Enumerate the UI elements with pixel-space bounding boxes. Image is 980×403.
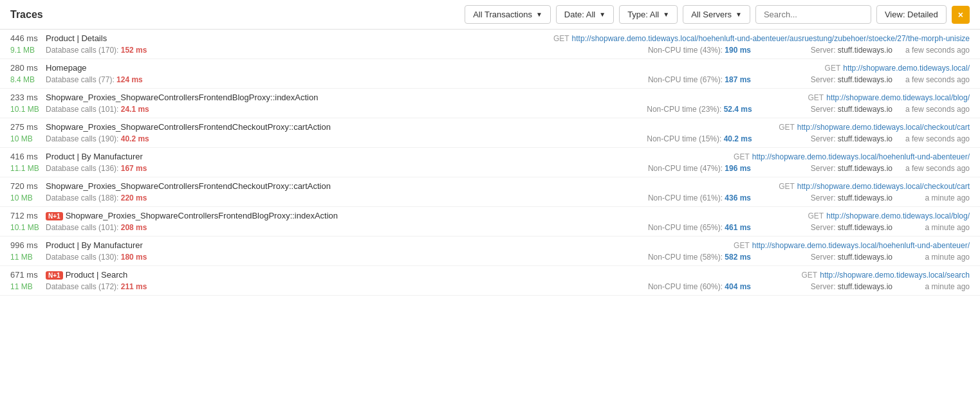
trace-group: 720 msShopware_Proxies_ShopwareControlle…: [0, 177, 980, 207]
trace-detail-row: 10.1 MBDatabase calls (101): 208 msNon-C…: [0, 222, 980, 236]
trace-url-link[interactable]: http://shopware.demo.tideways.local/blog…: [826, 93, 970, 102]
trace-db: Database calls (188): 220 ms: [46, 193, 635, 202]
close-icon: ×: [958, 10, 963, 20]
trace-server: Server: stuff.tideways.io: [764, 46, 892, 55]
servers-filter[interactable]: All Servers ▼: [683, 5, 750, 24]
noncpu-time: 40.2 ms: [724, 134, 752, 143]
chevron-down-icon: ▼: [599, 11, 606, 18]
page-title: Traces: [10, 9, 43, 21]
trace-memory: 10.1 MB: [10, 105, 46, 114]
server-name: stuff.tideways.io: [838, 282, 892, 291]
trace-url-link[interactable]: http://shopware.demo.tideways.local/chec…: [797, 123, 970, 132]
trace-memory: 11.1 MB: [10, 164, 46, 173]
db-time: 220 ms: [121, 193, 147, 202]
trace-ago: a minute ago: [892, 193, 970, 202]
trace-name: Shopware_Proxies_ShopwareControllersFron…: [46, 181, 779, 191]
trace-main-row[interactable]: 671 msN+1Product | SearchGEThttp://shopw…: [0, 266, 980, 281]
trace-group: 671 msN+1Product | SearchGEThttp://shopw…: [0, 266, 980, 296]
trace-main-row[interactable]: 416 msProduct | By ManufacturerGEThttp:/…: [0, 148, 980, 163]
trace-group: 416 msProduct | By ManufacturerGEThttp:/…: [0, 148, 980, 177]
type-filter[interactable]: Type: All ▼: [619, 5, 678, 24]
trace-detail-row: 10.1 MBDatabase calls (101): 24.1 msNon-…: [0, 103, 980, 118]
trace-noncpu: Non-CPU time (61%): 436 ms: [635, 193, 764, 202]
trace-ago: a few seconds ago: [892, 46, 970, 55]
trace-noncpu: Non-CPU time (65%): 461 ms: [635, 223, 764, 232]
trace-memory: 10 MB: [10, 193, 46, 202]
noncpu-time: 190 ms: [725, 46, 751, 55]
trace-main-row[interactable]: 712 msN+1Shopware_Proxies_ShopwareContro…: [0, 207, 980, 222]
trace-db: Database calls (170): 152 ms: [46, 46, 635, 55]
trace-url: GEThttp://shopware.demo.tideways.local/c…: [779, 123, 970, 132]
traces-list: 446 msProduct | DetailsGEThttp://shopwar…: [0, 30, 980, 296]
http-method: GET: [734, 241, 750, 250]
noncpu-time: 187 ms: [725, 75, 751, 84]
trace-group: 446 msProduct | DetailsGEThttp://shopwar…: [0, 30, 980, 59]
trace-url-link[interactable]: http://shopware.demo.tideways.local/chec…: [797, 182, 970, 191]
trace-url-link[interactable]: http://shopware.demo.tideways.local/hoeh…: [752, 152, 970, 161]
http-method: GET: [802, 271, 818, 280]
trace-main-row[interactable]: 233 msShopware_Proxies_ShopwareControlle…: [0, 89, 980, 103]
trace-main-row[interactable]: 446 msProduct | DetailsGEThttp://shopwar…: [0, 30, 980, 44]
noncpu-time: 582 ms: [725, 253, 751, 262]
trace-db: Database calls (172): 211 ms: [46, 282, 635, 291]
server-name: stuff.tideways.io: [838, 253, 892, 262]
http-method: GET: [734, 152, 750, 161]
toolbar: Traces All Transactions ▼ Date: All ▼ Ty…: [0, 0, 980, 30]
trace-memory: 10 MB: [10, 134, 46, 143]
trace-db: Database calls (77): 124 ms: [46, 75, 635, 84]
trace-noncpu: Non-CPU time (60%): 404 ms: [635, 282, 764, 291]
trace-detail-row: 11.1 MBDatabase calls (136): 167 msNon-C…: [0, 163, 980, 177]
trace-db: Database calls (130): 180 ms: [46, 253, 635, 262]
trace-detail-row: 11 MBDatabase calls (130): 180 msNon-CPU…: [0, 251, 980, 265]
trace-noncpu: Non-CPU time (23%): 52.4 ms: [635, 105, 764, 114]
trace-memory: 9.1 MB: [10, 46, 46, 55]
trace-main-row[interactable]: 275 msShopware_Proxies_ShopwareControlle…: [0, 118, 980, 133]
trace-server: Server: stuff.tideways.io: [764, 105, 892, 114]
trace-url-link[interactable]: http://shopware.demo.tideways.local/blog…: [826, 211, 970, 220]
trace-main-row[interactable]: 280 msHomepageGEThttp://shopware.demo.ti…: [0, 59, 980, 74]
search-input[interactable]: [755, 5, 871, 24]
trace-group: 280 msHomepageGEThttp://shopware.demo.ti…: [0, 59, 980, 89]
close-button[interactable]: ×: [952, 6, 970, 24]
date-filter[interactable]: Date: All ▼: [556, 5, 614, 24]
trace-url-link[interactable]: http://shopware.demo.tideways.local/sear…: [820, 271, 970, 280]
trace-ago: a minute ago: [892, 253, 970, 262]
trace-db: Database calls (190): 40.2 ms: [46, 134, 635, 143]
trace-name: Product | By Manufacturer: [46, 152, 734, 161]
trace-group: 233 msShopware_Proxies_ShopwareControlle…: [0, 89, 980, 118]
server-name: stuff.tideways.io: [838, 105, 892, 114]
db-time: 167 ms: [121, 164, 147, 173]
http-method: GET: [808, 93, 824, 102]
server-name: stuff.tideways.io: [838, 75, 892, 84]
trace-memory: 11 MB: [10, 282, 46, 291]
transactions-filter[interactable]: All Transactions ▼: [465, 5, 551, 24]
trace-memory: 10.1 MB: [10, 223, 46, 232]
trace-server: Server: stuff.tideways.io: [764, 193, 892, 202]
trace-url-link[interactable]: http://shopware.demo.tideways.local/hoeh…: [752, 241, 970, 250]
view-button[interactable]: View: Detailed: [876, 5, 947, 24]
trace-db: Database calls (101): 208 ms: [46, 223, 635, 232]
trace-ago: a few seconds ago: [892, 134, 970, 143]
trace-group: 712 msN+1Shopware_Proxies_ShopwareContro…: [0, 207, 980, 237]
trace-url: GEThttp://shopware.demo.tideways.local/b…: [808, 211, 970, 220]
noncpu-time: 196 ms: [725, 164, 751, 173]
db-time: 124 ms: [116, 75, 143, 84]
trace-main-row[interactable]: 996 msProduct | By ManufacturerGEThttp:/…: [0, 237, 980, 251]
server-name: stuff.tideways.io: [838, 134, 892, 143]
trace-url-link[interactable]: http://shopware.demo.tideways.local/: [843, 64, 970, 73]
noncpu-time: 404 ms: [725, 282, 751, 291]
trace-duration: 712 ms: [10, 211, 46, 220]
trace-db: Database calls (136): 167 ms: [46, 164, 635, 173]
http-method: GET: [808, 211, 824, 220]
trace-url: GEThttp://shopware.demo.tideways.local/c…: [779, 182, 970, 191]
trace-detail-row: 11 MBDatabase calls (172): 211 msNon-CPU…: [0, 281, 980, 295]
trace-duration: 996 ms: [10, 240, 46, 250]
trace-db: Database calls (101): 24.1 ms: [46, 105, 635, 114]
trace-url: GEThttp://shopware.demo.tideways.local/b…: [808, 93, 970, 102]
noncpu-time: 436 ms: [725, 193, 751, 202]
trace-url-link[interactable]: http://shopware.demo.tideways.local/hoeh…: [572, 34, 970, 43]
trace-main-row[interactable]: 720 msShopware_Proxies_ShopwareControlle…: [0, 177, 980, 192]
trace-server: Server: stuff.tideways.io: [764, 223, 892, 232]
trace-url: GEThttp://shopware.demo.tideways.local/h…: [553, 34, 970, 43]
trace-name: Shopware_Proxies_ShopwareControllersFron…: [46, 122, 779, 132]
